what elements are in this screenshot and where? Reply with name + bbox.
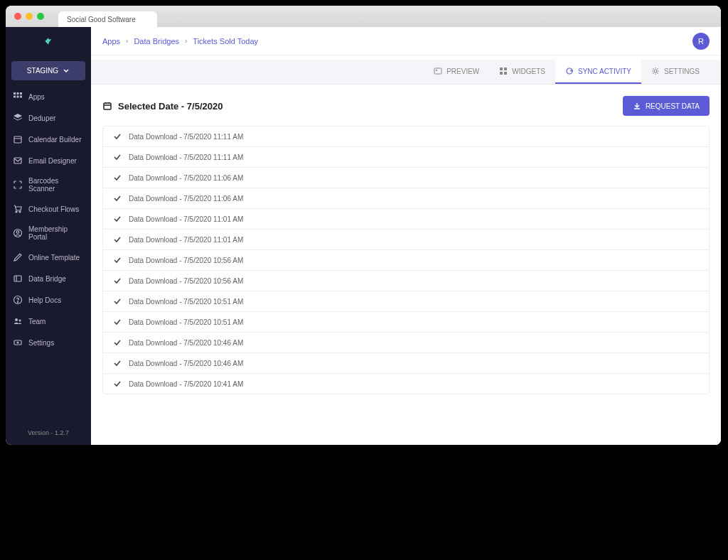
svg-rect-28 bbox=[104, 103, 111, 109]
list-item[interactable]: Data Download - 7/5/2020 11:01 AM bbox=[103, 230, 709, 250]
breadcrumb-link-data-bridges[interactable]: Data Bridges bbox=[134, 37, 179, 45]
sidebar: STAGING Apps Deduper Calendar Builder bbox=[6, 27, 91, 445]
sidebar-item-membership-portal[interactable]: Membership Portal bbox=[6, 220, 91, 247]
sidebar-item-label: Calendar Builder bbox=[28, 136, 82, 144]
chevron-down-icon bbox=[63, 68, 70, 75]
browser-window: Social Good Software STAGING Apps bbox=[6, 6, 721, 445]
list-item-text: Data Download - 7/5/2020 10:56 AM bbox=[129, 257, 243, 264]
chevron-right-icon: › bbox=[126, 37, 128, 45]
bridge-icon bbox=[13, 274, 23, 284]
sidebar-item-label: Barcodes Scanner bbox=[28, 177, 84, 193]
sidebar-item-checkout-flows[interactable]: Checkout Flows bbox=[6, 198, 91, 220]
environment-selector[interactable]: STAGING bbox=[11, 61, 85, 80]
list-item[interactable]: Data Download - 7/5/2020 10:56 AM bbox=[103, 250, 709, 271]
traffic-lights bbox=[14, 13, 44, 20]
breadcrumb-link-current[interactable]: Tickets Sold Today bbox=[193, 37, 258, 45]
chevron-right-icon: › bbox=[185, 37, 187, 45]
minimize-window-button[interactable] bbox=[26, 13, 33, 20]
tab-widgets[interactable]: WIDGETS bbox=[489, 60, 555, 84]
browser-tab[interactable]: Social Good Software bbox=[58, 11, 157, 27]
team-icon bbox=[13, 316, 23, 326]
svg-rect-13 bbox=[14, 276, 21, 281]
version-label: Version - 1.2.7 bbox=[6, 421, 91, 445]
selected-date-title: Selected Date - 7/5/2020 bbox=[102, 101, 223, 112]
request-data-label: REQUEST DATA bbox=[646, 102, 700, 110]
content-header: Selected Date - 7/5/2020 REQUEST DATA bbox=[102, 96, 710, 116]
svg-point-12 bbox=[16, 231, 19, 234]
check-icon bbox=[113, 153, 122, 161]
list-item-text: Data Download - 7/5/2020 11:01 AM bbox=[129, 215, 243, 223]
sidebar-item-label: Team bbox=[28, 318, 46, 325]
tab-settings[interactable]: SETTINGS bbox=[641, 60, 710, 84]
request-data-button[interactable]: REQUEST DATA bbox=[623, 96, 710, 116]
svg-point-18 bbox=[19, 320, 21, 322]
svg-rect-6 bbox=[14, 136, 21, 143]
sidebar-item-help-docs[interactable]: Help Docs bbox=[6, 289, 91, 311]
sidebar-item-data-bridge[interactable]: Data Bridge bbox=[6, 268, 91, 289]
sidebar-item-apps[interactable]: Apps bbox=[6, 86, 91, 107]
svg-rect-3 bbox=[14, 96, 16, 98]
maximize-window-button[interactable] bbox=[37, 13, 44, 20]
sidebar-item-label: Deduper bbox=[28, 114, 55, 122]
list-item[interactable]: Data Download - 7/5/2020 11:11 AM bbox=[103, 147, 709, 168]
check-icon bbox=[113, 297, 122, 306]
avatar[interactable]: R bbox=[692, 33, 710, 50]
list-item[interactable]: Data Download - 7/5/2020 11:06 AM bbox=[103, 188, 709, 209]
svg-rect-26 bbox=[504, 72, 507, 75]
tab-sync-activity[interactable]: SYNC ACTIVITY bbox=[555, 60, 641, 84]
svg-point-20 bbox=[17, 342, 18, 343]
svg-rect-8 bbox=[14, 158, 21, 163]
check-icon bbox=[113, 359, 122, 367]
avatar-initial: R bbox=[698, 37, 704, 45]
list-item[interactable]: Data Download - 7/5/2020 10:41 AM bbox=[103, 374, 709, 394]
grid-icon bbox=[13, 92, 23, 102]
check-icon bbox=[113, 318, 122, 326]
breadcrumb-link-apps[interactable]: Apps bbox=[102, 37, 120, 45]
main-content: Apps › Data Bridges › Tickets Sold Today… bbox=[91, 27, 721, 445]
check-icon bbox=[113, 235, 122, 244]
sidebar-item-team[interactable]: Team bbox=[6, 311, 91, 332]
list-item-text: Data Download - 7/5/2020 10:46 AM bbox=[129, 360, 243, 367]
svg-rect-24 bbox=[504, 68, 507, 70]
list-item[interactable]: Data Download - 7/5/2020 10:51 AM bbox=[103, 312, 709, 333]
list-item[interactable]: Data Download - 7/5/2020 10:46 AM bbox=[103, 353, 709, 374]
list-item[interactable]: Data Download - 7/5/2020 11:06 AM bbox=[103, 168, 709, 188]
check-icon bbox=[113, 379, 122, 388]
topbar: Apps › Data Bridges › Tickets Sold Today… bbox=[91, 27, 721, 55]
list-item[interactable]: Data Download - 7/5/2020 10:46 AM bbox=[103, 333, 709, 353]
env-label: STAGING bbox=[27, 67, 58, 75]
sidebar-item-calendar-builder[interactable]: Calendar Builder bbox=[6, 129, 91, 150]
list-item-text: Data Download - 7/5/2020 11:06 AM bbox=[129, 174, 243, 182]
list-item[interactable]: Data Download - 7/5/2020 10:56 AM bbox=[103, 271, 709, 291]
list-item[interactable]: Data Download - 7/5/2020 11:01 AM bbox=[103, 209, 709, 230]
tab-preview[interactable]: PREVIEW bbox=[424, 60, 489, 84]
sidebar-item-label: Apps bbox=[28, 93, 45, 101]
list-item[interactable]: Data Download - 7/5/2020 10:51 AM bbox=[103, 291, 709, 312]
close-window-button[interactable] bbox=[14, 13, 21, 20]
sidebar-item-barcodes-scanner[interactable]: Barcodes Scanner bbox=[6, 171, 91, 198]
list-item[interactable]: Data Download - 7/5/2020 11:11 AM bbox=[103, 126, 709, 147]
svg-point-22 bbox=[436, 70, 437, 71]
breadcrumb: Apps › Data Bridges › Tickets Sold Today bbox=[102, 37, 258, 45]
svg-rect-2 bbox=[20, 92, 22, 95]
pencil-icon bbox=[13, 252, 23, 262]
sidebar-item-email-designer[interactable]: Email Designer bbox=[6, 150, 91, 171]
help-icon bbox=[13, 295, 23, 305]
download-icon bbox=[633, 102, 641, 110]
svg-rect-21 bbox=[434, 68, 441, 74]
list-item-text: Data Download - 7/5/2020 10:41 AM bbox=[129, 380, 243, 388]
sidebar-item-label: Data Bridge bbox=[28, 275, 66, 283]
svg-rect-5 bbox=[20, 96, 22, 98]
sidebar-item-online-template[interactable]: Online Template bbox=[6, 247, 91, 268]
svg-point-17 bbox=[15, 318, 18, 321]
sidebar-item-label: Settings bbox=[28, 339, 54, 347]
tab-title: Social Good Software bbox=[67, 16, 136, 23]
sidebar-item-settings[interactable]: Settings bbox=[6, 332, 91, 353]
widgets-icon bbox=[499, 67, 508, 75]
hummingbird-logo-icon bbox=[43, 36, 53, 46]
check-icon bbox=[113, 132, 122, 141]
tab-label: WIDGETS bbox=[512, 68, 545, 75]
calendar-icon bbox=[102, 101, 112, 111]
sidebar-item-deduper[interactable]: Deduper bbox=[6, 107, 91, 129]
sync-activity-list: Data Download - 7/5/2020 11:11 AMData Do… bbox=[102, 126, 710, 394]
